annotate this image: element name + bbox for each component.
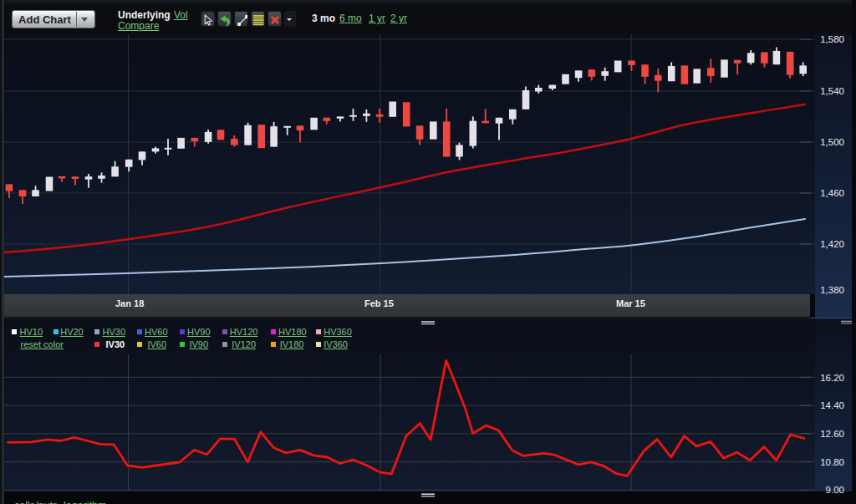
svg-text:10.80: 10.80 xyxy=(820,457,844,467)
svg-text:1,460: 1,460 xyxy=(820,188,844,198)
svg-text:1,540: 1,540 xyxy=(820,86,844,96)
svg-text:1,420: 1,420 xyxy=(820,239,844,249)
svg-text:1,380: 1,380 xyxy=(820,285,844,295)
svg-text:1,580: 1,580 xyxy=(820,34,844,44)
svg-text:1,500: 1,500 xyxy=(820,137,844,147)
svg-text:16.20: 16.20 xyxy=(820,373,844,383)
svg-text:9.00: 9.00 xyxy=(826,485,844,495)
svg-text:14.40: 14.40 xyxy=(820,400,844,410)
svg-text:12.60: 12.60 xyxy=(820,429,844,439)
